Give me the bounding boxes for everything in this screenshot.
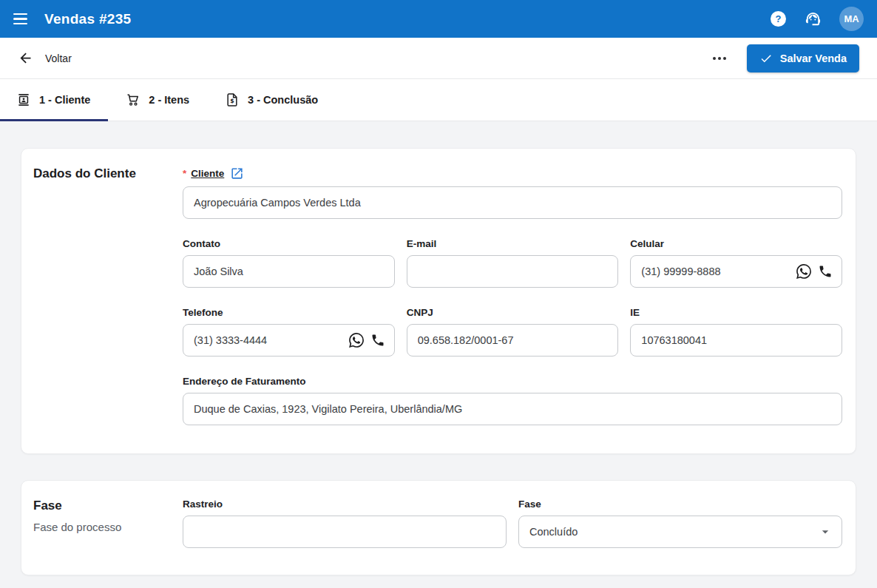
field-fase: Fase Concluído: [518, 499, 842, 548]
main-content: Dados do Cliente * Cliente Contato: [0, 121, 877, 575]
open-in-new-icon[interactable]: [230, 166, 244, 180]
cnpj-label: CNPJ: [407, 307, 619, 318]
celular-label: Celular: [630, 238, 842, 249]
wizard-tabs: 1 - Cliente 2 - Itens $ 3 - Conclusão: [0, 79, 877, 121]
customer-fields: * Cliente Contato E-mail: [183, 166, 842, 425]
back-label[interactable]: Voltar: [45, 53, 72, 64]
fase-card-header: Fase Fase do processo: [33, 499, 183, 548]
shopping-cart-icon: [126, 92, 140, 107]
contact-card-icon: [16, 92, 31, 107]
chevron-down-icon: [818, 524, 833, 539]
hamburger-menu-icon[interactable]: [13, 10, 31, 28]
contato-input[interactable]: [183, 255, 395, 288]
tab-itens[interactable]: 2 - Itens: [108, 79, 207, 121]
app-bar: Vendas #235 ? MA: [0, 0, 877, 38]
phone-icon[interactable]: [818, 264, 833, 279]
contact-row: Contato E-mail Celular: [183, 238, 842, 288]
field-endereco: Endereço de Faturamento: [183, 376, 842, 425]
save-sale-label: Salvar Venda: [780, 53, 847, 64]
field-email: E-mail: [407, 238, 619, 288]
ie-input[interactable]: [630, 324, 842, 356]
field-cnpj: CNPJ: [407, 307, 619, 356]
cnpj-input[interactable]: [407, 324, 619, 356]
phone-icon[interactable]: [370, 333, 385, 348]
headset-icon: [805, 10, 822, 27]
email-label: E-mail: [407, 238, 619, 249]
endereco-label: Endereço de Faturamento: [183, 376, 842, 387]
telefone-label: Telefone: [183, 307, 395, 318]
support-headset-icon[interactable]: [804, 10, 822, 28]
field-celular: Celular: [630, 238, 842, 288]
user-avatar[interactable]: MA: [839, 7, 864, 31]
toolbar: Voltar Salvar Venda: [0, 38, 877, 79]
field-rastreio: Rastreio: [183, 499, 507, 548]
field-telefone: Telefone: [183, 307, 395, 356]
more-options-button[interactable]: [708, 53, 731, 64]
whatsapp-icon[interactable]: [349, 333, 364, 348]
back-button[interactable]: [18, 50, 33, 66]
customer-data-card: Dados do Cliente * Cliente Contato: [21, 148, 856, 454]
customer-card-title: Dados do Cliente: [33, 166, 183, 425]
fase-card-subtitle: Fase do processo: [33, 521, 183, 533]
check-icon: [759, 52, 773, 65]
phone-doc-row: Telefone CNPJ IE: [183, 307, 842, 356]
app-bar-actions: ? MA: [771, 7, 864, 31]
whatsapp-icon[interactable]: [796, 264, 811, 279]
fase-card-title: Fase: [33, 499, 183, 513]
contato-label: Contato: [183, 238, 395, 249]
tab-itens-label: 2 - Itens: [149, 94, 189, 106]
question-mark-glyph: ?: [776, 14, 782, 24]
fase-select[interactable]: Concluído: [518, 516, 842, 548]
fase-fields: Rastreio Fase Concluído: [183, 499, 842, 548]
fase-card: Fase Fase do processo Rastreio Fase Conc…: [21, 480, 856, 575]
help-icon[interactable]: ?: [771, 11, 786, 27]
field-contato: Contato: [183, 238, 395, 288]
cliente-input[interactable]: [183, 186, 842, 219]
invoice-icon: $: [225, 92, 240, 107]
page-title: Vendas #235: [44, 11, 131, 27]
cliente-label-row: * Cliente: [183, 166, 842, 180]
ie-label: IE: [630, 307, 842, 318]
save-sale-button[interactable]: Salvar Venda: [747, 44, 859, 72]
rastreio-input[interactable]: [183, 516, 507, 548]
tab-conclusao-label: 3 - Conclusão: [248, 94, 318, 106]
tab-cliente-label: 1 - Cliente: [39, 94, 90, 106]
toolbar-actions: Salvar Venda: [708, 44, 859, 72]
field-ie: IE: [630, 307, 842, 356]
telefone-input-wrap: [183, 324, 395, 356]
svg-text:$: $: [230, 98, 234, 104]
field-cliente: * Cliente: [183, 166, 842, 219]
celular-input-wrap: [630, 255, 842, 288]
fase-select-value: Concluído: [529, 526, 578, 538]
cliente-label[interactable]: Cliente: [191, 168, 224, 179]
tab-conclusao[interactable]: $ 3 - Conclusão: [207, 79, 336, 121]
rastreio-label: Rastreio: [183, 499, 507, 510]
fase-label: Fase: [518, 499, 842, 510]
arrow-left-icon: [18, 50, 33, 66]
email-input[interactable]: [407, 255, 619, 288]
endereco-input[interactable]: [183, 393, 842, 425]
ellipsis-icon: [713, 57, 716, 60]
tab-cliente[interactable]: 1 - Cliente: [0, 79, 108, 121]
required-asterisk: *: [183, 168, 186, 179]
